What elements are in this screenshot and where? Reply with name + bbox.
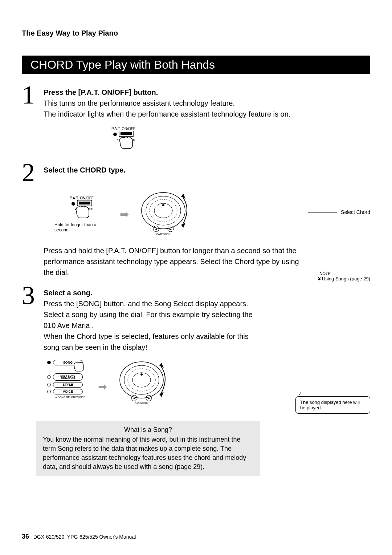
info-box-body: You know the normal meaning of this word… (43, 435, 253, 472)
svg-point-16 (124, 365, 159, 394)
step-body: This turns on the performance assistant … (44, 99, 290, 118)
step3-figure: SONG EASY SONG ARRANGER STYLE VOICE ▸ SO… (47, 360, 370, 414)
svg-rect-3 (79, 202, 90, 204)
step-1: 1 Press the [P.A.T. ON/OFF] button. This… (22, 85, 370, 119)
svg-text:◄: ◄ (154, 227, 158, 231)
page-title: CHORD Type Play with Both Hands (30, 58, 215, 72)
voice-sublabel: ▸ SONG MELODY VOICE (54, 396, 87, 399)
manual-name: DGX-620/520, YPG-625/525 Owner's Manual (33, 534, 136, 540)
step-number: 1 (22, 85, 44, 106)
page-number: 36 (22, 533, 29, 540)
led-indicator (113, 133, 117, 136)
select-chord-callout: Select Chord (308, 209, 370, 215)
hand-press-icon (73, 361, 87, 372)
svg-point-15 (120, 362, 163, 398)
svg-marker-21 (159, 392, 164, 397)
note-text: ¥ Using Songs (page 29) (318, 276, 370, 281)
step2-body2: Press and hold the [P.A.T. ON/OFF] butto… (44, 245, 305, 278)
display-callout: The song displayed here will be played. (295, 396, 370, 414)
hand-press-icon (74, 205, 93, 219)
arrow-right-icon: ➡ (98, 380, 107, 393)
info-box-title: What is a Song? (43, 425, 253, 434)
svg-marker-20 (159, 363, 164, 368)
svg-point-19 (128, 369, 155, 391)
style-button: STYLE (53, 382, 83, 388)
dial-category-label: CATEGORY (156, 233, 171, 235)
svg-marker-9 (181, 194, 185, 199)
arrow-right-icon: ➡ (120, 208, 129, 220)
dial-icon: ◄ ► CATEGORY (140, 191, 194, 238)
svg-point-7 (162, 204, 164, 206)
led-indicator (47, 390, 51, 393)
step-3: 3 Select a song. Press the [SONG] button… (22, 285, 370, 353)
svg-text:CATEGORY: CATEGORY (135, 402, 149, 405)
led-indicator (47, 361, 51, 364)
led-indicator (47, 383, 51, 386)
svg-rect-1 (121, 132, 132, 135)
pat-label: P.A.T. ON/OFF (54, 196, 109, 200)
svg-point-18 (140, 373, 143, 376)
step-heading: Select the CHORD type. (44, 165, 370, 175)
page-title-bar: CHORD Type Play with Both Hands (22, 56, 370, 74)
svg-point-5 (146, 196, 181, 225)
step-2: 2 Select the CHORD type. (22, 162, 370, 183)
note-callout: NOTE ¥ Using Songs (page 29) (318, 271, 370, 281)
step-heading: Select a song. (44, 287, 370, 298)
led-indicator (47, 375, 51, 379)
step1-figure: P.A.T. ON/OFF ▸ P.A.T. TYPE (102, 127, 370, 151)
hand-press-icon (118, 135, 136, 150)
svg-text:►: ► (169, 227, 172, 231)
info-box: What is a Song? You know the normal mean… (36, 421, 260, 476)
song-button-panel: SONG EASY SONG ARRANGER STYLE VOICE ▸ SO… (47, 360, 87, 399)
svg-point-8 (150, 199, 177, 222)
svg-point-4 (142, 193, 185, 229)
step-number: 2 (22, 162, 44, 183)
section-header: The Easy Way to Play Piano (22, 29, 370, 37)
step-body: Press the [SONG] button, and the Song Se… (44, 298, 254, 353)
svg-text:►: ► (147, 396, 151, 400)
pat-label: P.A.T. ON/OFF (102, 127, 145, 131)
easy-song-button: EASY SONG ARRANGER (53, 373, 83, 381)
step-number: 3 (22, 285, 44, 306)
svg-marker-10 (181, 223, 185, 228)
svg-text:◄: ◄ (132, 396, 136, 400)
hold-caption: Hold for longer than a second (54, 222, 109, 232)
dial-icon: ◄ ► CATEGORY (118, 360, 172, 407)
page-footer: 36 DGX-620/520, YPG-625/525 Owner's Manu… (22, 533, 136, 540)
note-label: NOTE (318, 271, 332, 276)
step-heading: Press the [P.A.T. ON/OFF] button. (44, 87, 370, 98)
voice-button: VOICE (53, 389, 83, 394)
